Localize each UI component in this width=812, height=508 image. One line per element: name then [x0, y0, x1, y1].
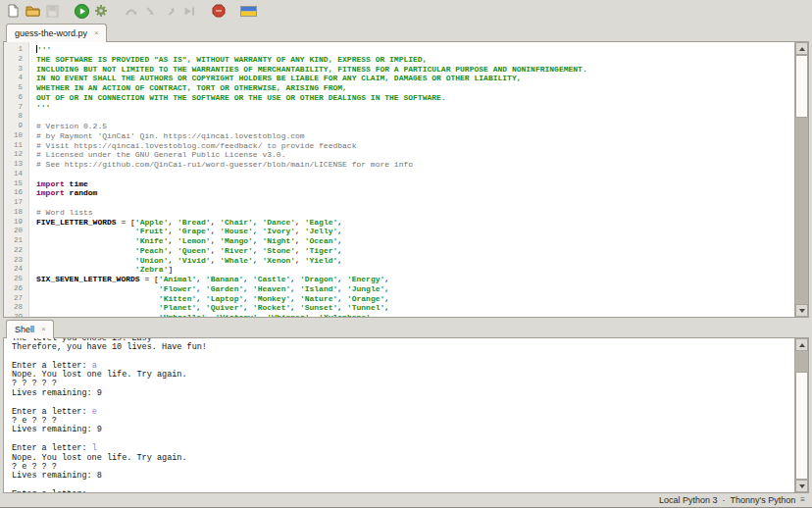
tab-close-icon[interactable]: ×: [94, 29, 99, 37]
line-number: 6: [4, 93, 29, 103]
shell-line: Enter a letter: e: [4, 408, 794, 417]
editor-scrollbar[interactable]: [794, 42, 808, 317]
code-line[interactable]: 7''': [4, 103, 794, 113]
shell-line: [4, 482, 794, 490]
code-line[interactable]: 23 'Union', 'Vivid', 'Whale', 'Xenon', '…: [4, 256, 794, 266]
shell-line: Lives remaining: 9: [4, 389, 794, 398]
status-separator: ·: [723, 495, 726, 505]
line-number: 26: [4, 284, 29, 294]
code-line[interactable]: 13# See https://github.com/QinCai-rui/wo…: [4, 160, 794, 170]
line-number: 19: [4, 218, 29, 228]
shell-line: [4, 398, 794, 407]
backend-menu-icon[interactable]: ≡: [800, 495, 805, 504]
line-number: 4: [4, 74, 29, 83]
line-number: 2: [4, 55, 29, 65]
code-line[interactable]: 27 'Kitten', 'Laptop', 'Monkey', 'Nature…: [4, 294, 794, 304]
code-line[interactable]: 3INCLUDING BUT NOT LIMITED TO THE WARRAN…: [4, 65, 794, 75]
code-area[interactable]: 1'''2THE SOFTWARE IS PROVIDED "AS IS", W…: [4, 42, 794, 317]
support-ukraine-button[interactable]: [239, 2, 257, 20]
code-line[interactable]: 21 'Knife', 'Lemon', 'Mango', 'Night', '…: [4, 236, 794, 246]
code-line[interactable]: 5WHETHER IN AN ACTION OF CONTRACT, TORT …: [4, 83, 794, 93]
scroll-up-arrow[interactable]: [795, 42, 808, 55]
tab-shell[interactable]: Shell ×: [6, 320, 54, 338]
new-file-button[interactable]: [4, 2, 22, 20]
shell-line: [4, 435, 794, 444]
code-line[interactable]: 9# Version 0.2.5: [4, 122, 794, 131]
step-out-icon: [165, 6, 176, 17]
line-number: 15: [4, 179, 29, 189]
run-script-button[interactable]: [73, 2, 90, 20]
editor-tab-label: guess-the-word.py: [15, 28, 87, 38]
code-line[interactable]: 6OUT OF OR IN CONNECTION WITH THE SOFTWA…: [4, 93, 794, 103]
open-file-button[interactable]: [24, 2, 41, 20]
scroll-up-arrow[interactable]: [795, 338, 808, 351]
backend-label[interactable]: Local Python 3: [659, 495, 718, 505]
shell-tab-label: Shell: [15, 325, 34, 334]
shell-output[interactable]: The level you chose is: EasyTherefore, y…: [4, 338, 794, 492]
code-line[interactable]: 1''': [4, 45, 794, 55]
line-number: 20: [4, 227, 29, 236]
code-editor[interactable]: 1'''2THE SOFTWARE IS PROVIDED "AS IS", W…: [3, 41, 809, 318]
line-number: 24: [4, 265, 29, 275]
code-line[interactable]: 11# Visit https://qincai.lovestoblog.com…: [4, 141, 794, 151]
code-line[interactable]: 25SIX_SEVEN_LETTER_WORDS = ['Animal', 'B…: [4, 275, 794, 284]
scroll-down-arrow[interactable]: [795, 304, 808, 317]
code-line[interactable]: 29 'Umbrella', 'Victory', 'Whisper', 'Xy…: [4, 313, 794, 317]
save-floppy-icon: [46, 5, 59, 18]
editor-tab-bar: guess-the-word.py ×: [3, 22, 809, 41]
code-line[interactable]: 2THE SOFTWARE IS PROVIDED "AS IS", WITHO…: [4, 55, 794, 65]
line-number: 10: [4, 131, 29, 141]
line-number: 11: [4, 141, 29, 151]
shell-scrollbar[interactable]: [794, 338, 808, 492]
resume-button: [180, 2, 198, 20]
debug-script-button[interactable]: [92, 2, 110, 20]
interpreter-label[interactable]: Thonny's Python: [731, 495, 796, 505]
code-line[interactable]: 4IN NO EVENT SHALL THE AUTHORS OR COPYRI…: [4, 74, 794, 83]
code-line[interactable]: 24 'Zebra']: [4, 265, 794, 275]
run-play-icon: [75, 4, 89, 19]
shell-line: ? ? ? ? ?: [4, 380, 794, 388]
line-number: 8: [4, 112, 29, 122]
line-number: 7: [4, 103, 29, 113]
code-line[interactable]: 18# Word lists: [4, 208, 794, 218]
shell-scrollbar-thumb[interactable]: [795, 372, 808, 480]
code-line[interactable]: 12# Licensed under the GNU General Publi…: [4, 150, 794, 160]
code-line[interactable]: 10# by Raymont 'QinCai' Qin. https://qin…: [4, 131, 794, 141]
code-line[interactable]: 14: [4, 170, 794, 179]
shell-line: Lives remaining: 9: [4, 426, 794, 434]
code-line[interactable]: 26 'Flower', 'Garden', 'Heaven', 'Island…: [4, 284, 794, 294]
shell-line: ? e ? ? ?: [4, 463, 794, 472]
step-into-button: [141, 2, 159, 20]
resume-icon: [183, 6, 195, 17]
code-line[interactable]: 16import random: [4, 188, 794, 198]
code-line[interactable]: 8: [4, 112, 794, 122]
line-number: 3: [4, 65, 29, 75]
code-line[interactable]: 22 'Peach', 'Queen', 'River', 'Stone', '…: [4, 246, 794, 256]
line-number: 21: [4, 236, 29, 246]
shell-panel[interactable]: The level you chose is: EasyTherefore, y…: [3, 337, 809, 493]
line-number: 18: [4, 208, 29, 218]
line-number: 14: [4, 170, 29, 179]
editor-scrollbar-thumb[interactable]: [795, 55, 808, 118]
shell-line: ? e ? ? ?: [4, 417, 794, 426]
tab-guess-the-word-py[interactable]: guess-the-word.py ×: [6, 24, 107, 42]
line-number: 9: [4, 122, 29, 131]
line-number: 25: [4, 275, 29, 284]
code-line[interactable]: 19FIVE_LETTER_WORDS = ['Apple', 'Bread',…: [4, 218, 794, 228]
toolbar: [0, 0, 812, 22]
shell-line: Therefore, you have 10 lives. Have fun!: [4, 343, 794, 352]
scroll-down-arrow[interactable]: [795, 480, 808, 492]
status-bar: Local Python 3 · Thonny's Python ≡: [0, 492, 812, 507]
tab-close-icon[interactable]: ×: [41, 326, 46, 333]
new-file-icon: [8, 4, 19, 18]
code-line[interactable]: 28 'Planet', 'Quiver', 'Rocket', 'Sunset…: [4, 303, 794, 313]
code-line[interactable]: 20 'Fruit', 'Grape', 'House', 'Ivory', '…: [4, 227, 794, 236]
shell-tab-bar: Shell ×: [3, 318, 809, 337]
stop-octagon-icon: [212, 4, 226, 18]
code-line[interactable]: 15import time: [4, 179, 794, 189]
save-file-button: [43, 2, 61, 20]
line-number: 16: [4, 188, 29, 198]
stop-button[interactable]: [210, 2, 228, 20]
code-line[interactable]: 17: [4, 198, 794, 208]
ukraine-flag-icon: [240, 6, 257, 17]
